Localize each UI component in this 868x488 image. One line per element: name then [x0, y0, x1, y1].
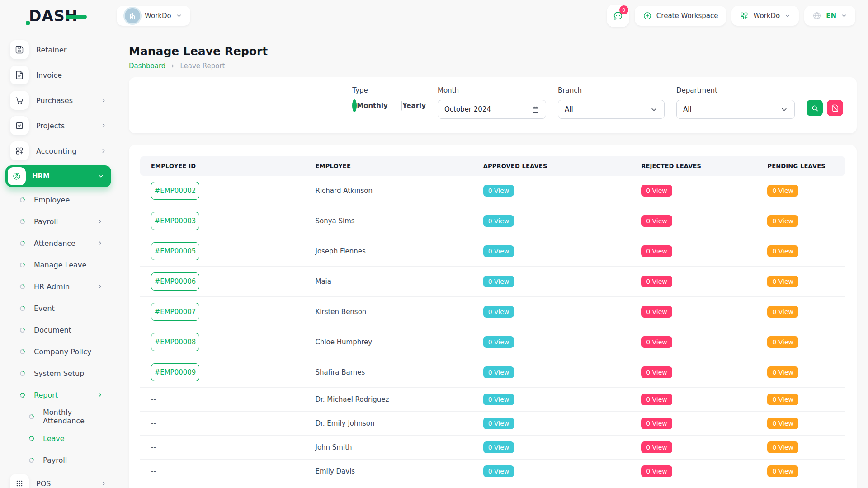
pending-leaves-badge[interactable]: 0 View	[767, 215, 798, 227]
pending-leaves-badge[interactable]: 0 View	[767, 441, 798, 453]
pending-leaves-badge[interactable]: 0 View	[767, 185, 798, 197]
branch-select[interactable]: All	[558, 100, 665, 119]
sidebar-item-hrm[interactable]: HRM	[5, 165, 111, 187]
language-selector[interactable]: EN	[804, 6, 855, 26]
messages-button[interactable]: 0	[607, 5, 629, 27]
search-button[interactable]	[807, 100, 823, 116]
department-select[interactable]: All	[676, 100, 795, 119]
breadcrumb-dashboard-link[interactable]: Dashboard	[129, 62, 165, 70]
table-row: #EMP00002Richard Atkinson0 View0 View0 V…	[140, 176, 845, 206]
approved-leaves-badge[interactable]: 0 View	[483, 394, 514, 405]
sidebar-item-payroll[interactable]: Payroll	[0, 449, 117, 471]
employee-id-empty: --	[151, 419, 156, 427]
sidebar-item-accounting[interactable]: Accounting	[0, 138, 117, 164]
pending-leaves-badge[interactable]: 0 View	[767, 418, 798, 429]
rejected-leaves-badge[interactable]: 0 View	[641, 441, 672, 453]
sidebar-item-purchases[interactable]: Purchases	[0, 88, 117, 113]
month-filter-group: Month October 2024	[438, 86, 546, 119]
pending-leaves-badge[interactable]: 0 View	[767, 465, 798, 477]
workspace-avatar	[125, 8, 140, 23]
employee-name: Dr. Michael Rodriguez	[315, 395, 389, 404]
approved-leaves-badge[interactable]: 0 View	[483, 245, 514, 257]
app-logo[interactable]: DASH	[0, 7, 117, 25]
bullet-icon	[19, 239, 26, 247]
sidebar-item-event[interactable]: Event	[0, 297, 117, 319]
column-header-rejected-leaves: REJECTED LEAVES	[630, 156, 756, 176]
reset-button[interactable]	[827, 100, 843, 116]
sidebar-item-projects[interactable]: Projects	[0, 113, 117, 138]
workspace-selector[interactable]: WorkDo	[117, 6, 190, 26]
workdo-menu-button[interactable]: WorkDo	[731, 6, 799, 26]
sidebar-item-document[interactable]: Document	[0, 319, 117, 341]
pending-leaves-badge[interactable]: 0 View	[767, 245, 798, 257]
month-input[interactable]: October 2024	[438, 100, 546, 119]
rejected-leaves-badge[interactable]: 0 View	[641, 276, 672, 287]
sidebar-item-label: Attendance	[34, 239, 75, 248]
logo-dash-bar	[66, 15, 87, 19]
pending-leaves-badge[interactable]: 0 View	[767, 366, 798, 378]
sidebar-item-employee[interactable]: Employee	[0, 189, 117, 211]
rejected-leaves-badge[interactable]: 0 View	[641, 465, 672, 477]
type-radio-yearly[interactable]: Yearly	[401, 102, 426, 110]
sidebar-item-leave[interactable]: Leave	[0, 427, 117, 449]
sidebar-item-manage-leave[interactable]: Manage Leave	[0, 254, 117, 276]
type-radio-monthly[interactable]: Monthly	[352, 102, 388, 110]
approved-leaves-badge[interactable]: 0 View	[483, 366, 514, 378]
sidebar-item-system-setup[interactable]: System Setup	[0, 362, 117, 384]
approved-leaves-badge[interactable]: 0 View	[483, 336, 514, 348]
breadcrumb-current: Leave Report	[180, 62, 225, 70]
rejected-leaves-badge[interactable]: 0 View	[641, 245, 672, 257]
bullet-icon	[19, 391, 26, 399]
sidebar-item-pos[interactable]: POS	[0, 471, 117, 488]
pending-leaves-badge[interactable]: 0 View	[767, 306, 798, 318]
rejected-leaves-badge[interactable]: 0 View	[641, 185, 672, 197]
table-row: #EMP00009Shafira Barnes0 View0 View0 Vie…	[140, 357, 845, 388]
sidebar-item-label: Accounting	[36, 147, 76, 155]
sidebar-item-retainer[interactable]: Retainer	[0, 37, 117, 62]
table-row: #EMP00005Joseph Fiennes0 View0 View0 Vie…	[140, 236, 845, 267]
sidebar-item-payroll[interactable]: Payroll	[0, 211, 117, 232]
employee-id-button[interactable]: #EMP00009	[151, 363, 199, 381]
approved-leaves-badge[interactable]: 0 View	[483, 215, 514, 227]
sidebar-item-invoice[interactable]: Invoice	[0, 62, 117, 88]
sidebar-item-label: Payroll	[43, 456, 67, 465]
rejected-leaves-badge[interactable]: 0 View	[641, 366, 672, 378]
employee-id-button[interactable]: #EMP00003	[151, 212, 199, 230]
sidebar-item-attendance[interactable]: Attendance	[0, 232, 117, 254]
pending-leaves-badge[interactable]: 0 View	[767, 394, 798, 405]
pending-leaves-badge[interactable]: 0 View	[767, 276, 798, 287]
approved-leaves-badge[interactable]: 0 View	[483, 418, 514, 429]
employee-id-button[interactable]: #EMP00008	[151, 333, 199, 351]
sidebar-item-company-policy[interactable]: Company Policy	[0, 341, 117, 362]
chevron-down-icon	[98, 173, 104, 179]
pending-leaves-badge[interactable]: 0 View	[767, 336, 798, 348]
sidebar: RetainerInvoicePurchasesProjectsAccounti…	[0, 32, 117, 488]
approved-leaves-badge[interactable]: 0 View	[483, 465, 514, 477]
filter-card: Type MonthlyYearly Month October 2024 Br…	[129, 77, 857, 133]
rejected-leaves-badge[interactable]: 0 View	[641, 394, 672, 405]
sidebar-item-label: Retainer	[36, 46, 66, 54]
sidebar-item-label: Leave	[43, 434, 65, 443]
file-slash-icon	[831, 104, 839, 112]
sidebar-item-report[interactable]: Report	[0, 384, 117, 406]
approved-leaves-badge[interactable]: 0 View	[483, 441, 514, 453]
chevron-right-icon	[100, 97, 107, 103]
approved-leaves-badge[interactable]: 0 View	[483, 306, 514, 318]
type-label: Type	[352, 86, 426, 94]
sidebar-item-hr-admin[interactable]: HR Admin	[0, 276, 117, 297]
rejected-leaves-badge[interactable]: 0 View	[641, 215, 672, 227]
employee-name: Kirsten Benson	[315, 308, 366, 316]
employee-id-button[interactable]: #EMP00005	[151, 242, 199, 260]
bullet-icon	[19, 261, 26, 268]
building-icon	[128, 12, 137, 20]
employee-id-button[interactable]: #EMP00007	[151, 303, 199, 321]
rejected-leaves-badge[interactable]: 0 View	[641, 306, 672, 318]
rejected-leaves-badge[interactable]: 0 View	[641, 336, 672, 348]
employee-id-button[interactable]: #EMP00006	[151, 272, 199, 291]
sidebar-item-monthly-attendance[interactable]: Monthly Attendance	[0, 406, 117, 427]
rejected-leaves-badge[interactable]: 0 View	[641, 418, 672, 429]
create-workspace-button[interactable]: Create Workspace	[635, 6, 726, 26]
approved-leaves-badge[interactable]: 0 View	[483, 276, 514, 287]
employee-id-button[interactable]: #EMP00002	[151, 182, 199, 200]
approved-leaves-badge[interactable]: 0 View	[483, 185, 514, 197]
